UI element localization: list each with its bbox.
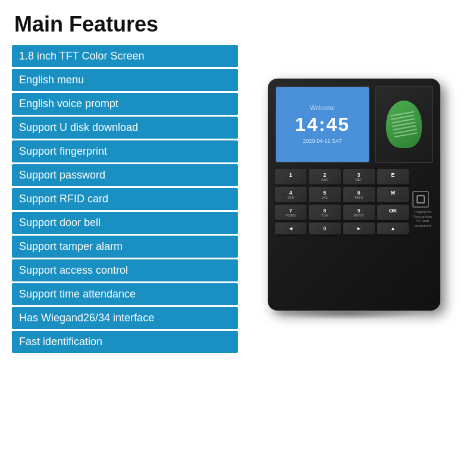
feature-item: Support fingerprint [12,140,238,162]
feature-item: Fast identification [12,331,238,353]
feature-item: Support U disk download [12,117,238,139]
key-button[interactable]: ◄ [275,223,306,234]
fingerprint-device: Welcome 14:45 2020-04-11 SAT [268,79,440,311]
feature-item: Support time attendance [12,283,238,305]
fingerprint-scanner [375,86,433,163]
page-title: Main Features [14,12,158,37]
feature-item: Has Wiegand26/34 interface [12,307,238,329]
rfid-inner [416,195,425,203]
device-top: Welcome 14:45 2020-04-11 SAT [275,86,433,163]
key-button[interactable]: OK [377,205,409,220]
feature-item: Support door bell [12,212,238,234]
key-button[interactable]: 5JKL [309,187,340,202]
device-area: Welcome 14:45 2020-04-11 SAT [244,45,464,353]
device-label: Fingerprint RecognitionRF card equipment [412,210,433,228]
feature-item: Support tamper alarm [12,236,238,258]
device-screen: Welcome 14:45 2020-04-11 SAT [275,86,370,163]
screen-welcome-text: Welcome [310,105,335,111]
keypad: 12ABC3DEFE4GHI5JKL6MNOM7PQRS8TUV9WXYZOK◄… [275,169,409,234]
feature-item: Support access control [12,259,238,281]
key-button[interactable]: ▲ [377,223,409,234]
key-button[interactable]: 4GHI [275,187,306,202]
feature-item: English voice prompt [12,93,238,115]
feature-item: Support password [12,164,238,186]
page-container: Main Features 1.8 inch TFT Color ScreenE… [0,0,476,476]
key-button[interactable]: 7PQRS [275,205,306,220]
feature-item: Support RFID card [12,188,238,210]
key-button[interactable]: 8TUV [309,205,340,220]
fingerprint-green-area [386,101,422,148]
key-button[interactable]: 6MNO [343,187,375,202]
feature-item: English menu [12,69,238,91]
fingerprint-lines [390,111,418,137]
key-button[interactable]: 0 [309,223,340,234]
rfid-symbol [412,191,429,208]
key-button[interactable]: E [377,169,409,184]
keypad-area: 12ABC3DEFE4GHI5JKL6MNOM7PQRS8TUV9WXYZOK◄… [275,169,433,234]
key-button[interactable]: M [377,187,409,202]
key-button[interactable]: 9WXYZ [343,205,375,220]
features-list: 1.8 inch TFT Color ScreenEnglish menuEng… [12,45,238,353]
content-area: 1.8 inch TFT Color ScreenEnglish menuEng… [12,45,464,353]
key-button[interactable]: 1 [275,169,306,184]
key-button[interactable]: 3DEF [343,169,375,184]
screen-date: 2020-04-11 SAT [303,138,342,144]
key-button[interactable]: 2ABC [309,169,340,184]
feature-item: 1.8 inch TFT Color Screen [12,45,238,67]
rfid-area: Fingerprint RecognitionRF card equipment [412,169,433,234]
key-button[interactable]: ► [343,223,375,234]
screen-time: 14:45 [295,114,350,136]
